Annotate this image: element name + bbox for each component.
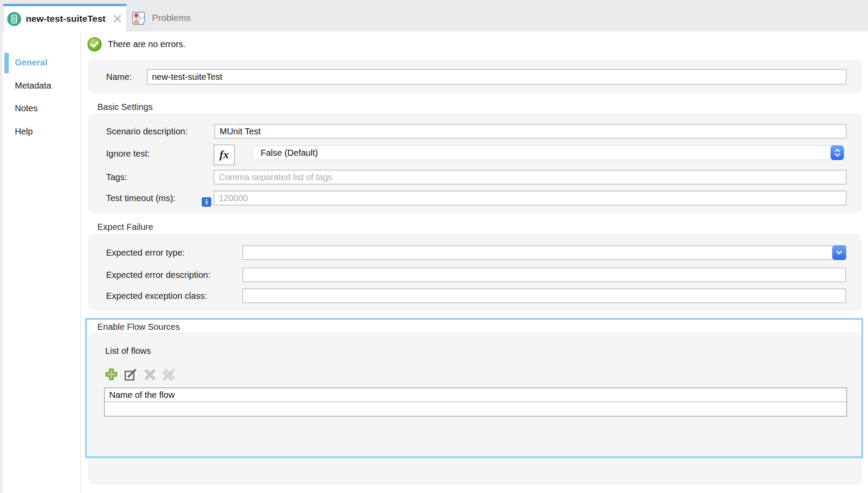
- editor-tab-bar: new-test-suiteTest Problems: [0, 0, 868, 31]
- info-icon: i: [202, 197, 211, 207]
- chevron-down-icon[interactable]: [832, 245, 846, 260]
- editor-sidebar: General Metadata Notes Help: [3, 31, 81, 493]
- success-check-icon: [87, 37, 102, 51]
- list-of-flows-label: List of flows: [105, 346, 151, 356]
- sidebar-item-help[interactable]: Help: [15, 126, 33, 137]
- remove-all-flows-button[interactable]: [162, 368, 176, 381]
- validation-status: There are no errors.: [87, 37, 186, 51]
- flows-table[interactable]: Name of the flow: [104, 387, 847, 417]
- sidebar-active-indicator: [4, 53, 9, 73]
- sidebar-item-notes[interactable]: Notes: [15, 103, 38, 113]
- remove-all-x-icon: [162, 368, 176, 381]
- scenario-description-input[interactable]: [214, 124, 847, 139]
- sidebar-item-general[interactable]: General: [15, 57, 47, 68]
- expected-error-type-label: Expected error type:: [106, 248, 185, 257]
- sidebar-item-metadata[interactable]: Metadata: [15, 80, 51, 91]
- expected-exception-class-label: Expected exception class:: [106, 291, 207, 301]
- tab-problems[interactable]: Problems: [129, 4, 198, 31]
- expected-error-type-combo[interactable]: [242, 245, 846, 260]
- ignore-test-label: Ignore test:: [106, 149, 150, 158]
- name-label: Name:: [106, 72, 132, 82]
- fx-icon: fx: [220, 148, 229, 161]
- test-suite-icon: [7, 12, 21, 26]
- munit-test-suite-editor: new-test-suiteTest Problems General Meta…: [0, 0, 868, 493]
- basic-settings-title: Basic Settings: [97, 102, 153, 112]
- plus-icon: [105, 368, 118, 381]
- flows-table-header: Name of the flow: [105, 388, 846, 402]
- tab-test-suite[interactable]: new-test-suiteTest: [3, 4, 127, 31]
- tab-problems-label: Problems: [152, 13, 191, 23]
- remove-x-icon: [144, 368, 156, 381]
- ignore-test-value: False (Default): [261, 148, 318, 158]
- close-icon[interactable]: [112, 13, 123, 24]
- enable-flow-sources-title: Enable Flow Sources: [97, 322, 180, 332]
- flows-table-empty-row[interactable]: [105, 402, 846, 416]
- remove-flow-button[interactable]: [143, 368, 156, 381]
- add-flow-button[interactable]: [105, 368, 118, 381]
- ignore-test-dropdown[interactable]: False (Default): [252, 145, 844, 160]
- expected-error-description-input[interactable]: [242, 267, 846, 282]
- dropdown-stepper-icon[interactable]: [830, 145, 844, 160]
- edit-flow-button[interactable]: [124, 368, 137, 381]
- name-input[interactable]: [147, 69, 847, 85]
- scenario-description-label: Scenario description:: [106, 127, 188, 136]
- flows-toolbar: [105, 368, 176, 381]
- edit-icon: [124, 368, 137, 381]
- test-timeout-input[interactable]: [214, 191, 847, 205]
- test-timeout-label: Test timeout (ms):: [106, 193, 176, 203]
- problems-icon: [132, 10, 147, 25]
- expect-failure-title: Expect Failure: [97, 222, 153, 232]
- tags-label: Tags:: [106, 172, 127, 182]
- expression-fx-button[interactable]: fx: [214, 144, 235, 165]
- expected-error-description-label: Expected error description:: [106, 270, 210, 280]
- tags-input[interactable]: [214, 170, 847, 185]
- status-message: There are no errors.: [108, 39, 186, 49]
- flows-table-header-label: Name of the flow: [109, 390, 175, 400]
- tab-title: new-test-suiteTest: [26, 14, 106, 24]
- expected-exception-class-input[interactable]: [242, 288, 846, 303]
